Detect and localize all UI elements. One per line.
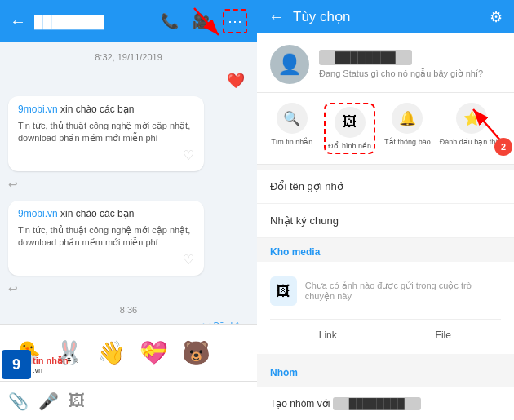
phone-icon[interactable]: 📞 bbox=[161, 12, 179, 30]
avatar: 👤 bbox=[270, 45, 309, 84]
more-options-icon[interactable]: ⋯ bbox=[223, 9, 247, 33]
message-link-1[interactable]: 9mobi.vn bbox=[18, 104, 58, 115]
group-create-text: Tạo nhóm với bbox=[270, 398, 330, 409]
mute-action-icon: 🔔 bbox=[392, 103, 423, 134]
media-empty: 🖼 Chưa có ảnh nào được gửi trong cuộc tr… bbox=[270, 272, 501, 311]
group-section: Nhóm bbox=[257, 359, 514, 387]
left-footer: 📎 🎤 🖼 bbox=[0, 381, 257, 420]
media-tab-file[interactable]: File bbox=[386, 326, 502, 344]
quick-actions: 🔍 Tìm tin nhắn 🖼 Đổi hình nền 🔔 Tắt thôn… bbox=[257, 93, 514, 165]
message-bubble-2: 9mobi.vn xin chào các bạn Tin tức, thủ t… bbox=[8, 201, 204, 276]
message-link-2[interactable]: 9mobi.vn bbox=[18, 208, 58, 219]
sticker-5[interactable]: 🐻 bbox=[176, 333, 215, 374]
message-desc-1: Tin tức, thủ thuật công nghệ mới cập nhậ… bbox=[18, 120, 194, 145]
image-icon[interactable]: 🖼 bbox=[69, 391, 85, 410]
left-panel: ← ████████ 📞 🎥 ⋯ 1 8:32, 19/11/2019 ❤️ 9… bbox=[0, 0, 257, 420]
media-section-header: Kho media bbox=[257, 238, 514, 262]
forward-icon-2[interactable]: ↩ bbox=[8, 282, 18, 295]
profile-status: Đang Status gì cho nó ngẫu bây giờ nhỉ? bbox=[319, 69, 483, 79]
message-bubble-1: 9mobi.vn xin chào các bạn Tin tức, thủ t… bbox=[8, 96, 204, 171]
watermark-text: tin nhắn .vn bbox=[33, 356, 69, 374]
like-icon-1[interactable]: ♡ bbox=[18, 147, 194, 165]
right-header: ← Tùy chọn ⚙ bbox=[257, 0, 514, 33]
sticker-3[interactable]: 👋 bbox=[91, 333, 131, 374]
profile-section: 👤 ████████ Đang Status gì cho nó ngẫu bâ… bbox=[257, 33, 514, 93]
right-panel: ← Tùy chọn ⚙ 👤 ████████ Đang Status gì c… bbox=[257, 0, 514, 420]
like-icon-2[interactable]: ♡ bbox=[18, 251, 194, 269]
forward-icon[interactable]: ↩ bbox=[8, 178, 18, 191]
step-badge-2: 2 bbox=[494, 138, 512, 156]
message-greeting-1: xin chào các bạn bbox=[60, 104, 134, 115]
media-section: 🖼 Chưa có ảnh nào được gửi trong cuộc tr… bbox=[257, 262, 514, 354]
message-desc-2: Tin tức, thủ thuật công nghệ mới cập nhậ… bbox=[18, 224, 194, 250]
media-icon: 🖼 bbox=[270, 276, 297, 306]
heart-reaction: ❤️ bbox=[8, 72, 245, 90]
action-mute[interactable]: 🔔 Tắt thông báo bbox=[383, 103, 432, 154]
right-panel-title: Tùy chọn bbox=[293, 8, 481, 25]
video-icon[interactable]: 🎥 bbox=[192, 12, 210, 30]
left-header: ← ████████ 📞 🎥 ⋯ 1 bbox=[0, 0, 257, 42]
mute-action-label: Tắt thông báo bbox=[384, 138, 431, 146]
header-icons: 📞 🎥 ⋯ bbox=[161, 9, 247, 33]
profile-info: ████████ Đang Status gì cho nó ngẫu bây … bbox=[319, 50, 483, 79]
group-section-header: Nhóm bbox=[270, 367, 501, 378]
contact-name: ████████ bbox=[34, 15, 153, 29]
message-row-2: 9mobi.vn xin chào các bạn Tin tức, thủ t… bbox=[8, 201, 249, 276]
favorite-action-icon: ⭐ bbox=[456, 103, 487, 134]
wallpaper-action-label: Đổi hình nền bbox=[328, 142, 371, 150]
message-row-1: 9mobi.vn xin chào các bạn Tin tức, thủ t… bbox=[8, 96, 249, 171]
back-icon-left[interactable]: ← bbox=[10, 12, 26, 31]
menu-section: Đổi tên gợi nhớ Nhật ký chung bbox=[257, 170, 514, 238]
profile-name: ████████ bbox=[319, 50, 412, 65]
back-icon-right[interactable]: ← bbox=[268, 7, 285, 26]
group-target-name: ████████ bbox=[333, 397, 421, 410]
time-small: 8:36 bbox=[8, 305, 249, 315]
media-tab-link[interactable]: Link bbox=[270, 326, 386, 344]
mic-icon[interactable]: 🎤 bbox=[38, 391, 59, 411]
message-timestamp: 8:32, 19/11/2019 bbox=[8, 52, 249, 62]
group-create[interactable]: Tạo nhóm với ████████ bbox=[257, 387, 514, 420]
menu-item-rename[interactable]: Đổi tên gợi nhớ bbox=[257, 170, 514, 204]
action-wallpaper[interactable]: 🖼 Đổi hình nền bbox=[324, 103, 375, 154]
action-search[interactable]: 🔍 Tìm tin nhắn bbox=[268, 103, 317, 154]
media-tabs: Link File bbox=[270, 319, 501, 344]
message-greeting-2: xin chào các bạn bbox=[60, 208, 134, 219]
settings-icon[interactable]: ⚙ bbox=[490, 8, 503, 26]
watermark-logo: 9 bbox=[2, 350, 31, 379]
sticker-4[interactable]: 💝 bbox=[134, 333, 173, 374]
menu-item-journal[interactable]: Nhật ký chung bbox=[257, 204, 514, 238]
wallpaper-action-icon: 🖼 bbox=[335, 107, 366, 138]
media-empty-text: Chưa có ảnh nào được gửi trong cuộc trò … bbox=[305, 281, 501, 302]
search-action-icon: 🔍 bbox=[277, 103, 308, 134]
forward-row: ↩ bbox=[8, 178, 249, 194]
attach-icon[interactable]: 📎 bbox=[8, 391, 29, 411]
watermark: 9 tin nhắn .vn bbox=[2, 350, 69, 379]
messages-area: 8:32, 19/11/2019 ❤️ 9mobi.vn xin chào cá… bbox=[0, 42, 257, 324]
search-action-label: Tìm tin nhắn bbox=[271, 138, 312, 146]
forward-row-2: ↩ bbox=[8, 282, 249, 298]
